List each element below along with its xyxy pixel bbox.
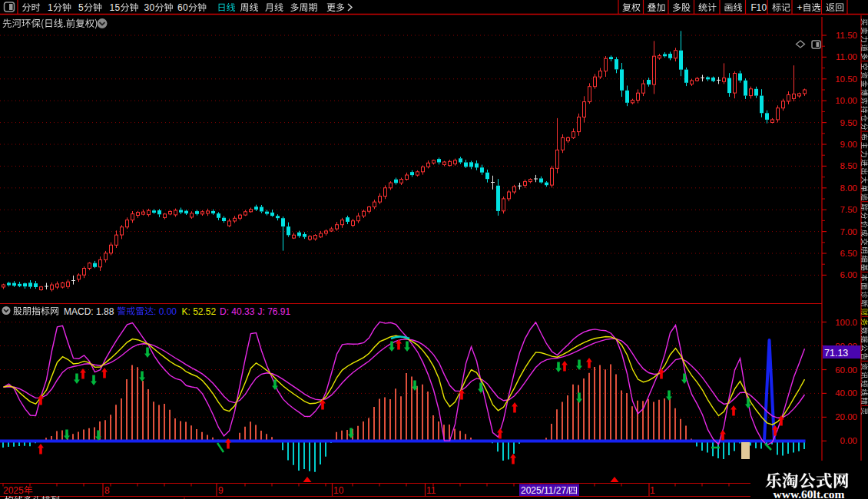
svg-text:MACD: 1.88: MACD: 1.88 [64, 306, 114, 317]
svg-text:2025/11/27/: 2025/11/27/ [521, 485, 569, 496]
svg-text:0: 0 [762, 2, 767, 13]
svg-text:1: 1 [650, 485, 655, 496]
svg-text:8: 8 [104, 485, 110, 496]
svg-text:100.0: 100.0 [835, 318, 857, 327]
svg-text:6.00: 6.00 [840, 270, 857, 279]
svg-text:11.00: 11.00 [836, 52, 857, 61]
svg-text:10.50: 10.50 [835, 74, 857, 84]
svg-text:: 0.00: : 0.00 [154, 306, 177, 317]
svg-text:5: 5 [115, 2, 121, 13]
svg-text:10.00: 10.00 [835, 96, 857, 105]
svg-text:9: 9 [218, 485, 224, 496]
svg-text:71.13: 71.13 [824, 348, 848, 359]
svg-text:1: 1 [48, 2, 53, 13]
svg-text:1: 1 [757, 2, 762, 13]
svg-text:8.00: 8.00 [840, 183, 857, 193]
svg-text:11.50: 11.50 [836, 31, 857, 40]
svg-text:8.50: 8.50 [840, 161, 857, 170]
svg-text:+: + [797, 2, 803, 13]
svg-text:6.50: 6.50 [840, 249, 857, 258]
svg-text:11: 11 [426, 485, 436, 496]
svg-text:6: 6 [177, 2, 183, 13]
svg-text:60.00: 60.00 [835, 365, 857, 375]
svg-text:K: 52.52: K: 52.52 [182, 306, 217, 317]
svg-text:5: 5 [78, 2, 84, 13]
svg-text:3: 3 [144, 2, 150, 13]
svg-text:0.00: 0.00 [840, 436, 857, 445]
svg-text:www.60lt.com: www.60lt.com [774, 487, 845, 499]
svg-text:20.00: 20.00 [835, 412, 857, 421]
svg-text:D: 40.33: D: 40.33 [220, 306, 255, 317]
svg-text:9.50: 9.50 [840, 118, 857, 127]
svg-text:7.00: 7.00 [840, 227, 857, 236]
svg-text:7.50: 7.50 [840, 205, 857, 214]
svg-text:10: 10 [333, 485, 344, 496]
svg-text:40.00: 40.00 [835, 388, 857, 398]
svg-text:0: 0 [183, 2, 188, 13]
svg-text:0: 0 [150, 2, 155, 13]
svg-text:2025: 2025 [3, 485, 24, 496]
svg-text:1: 1 [110, 2, 115, 13]
svg-text:J: 76.91: J: 76.91 [258, 306, 291, 317]
svg-text:9.00: 9.00 [840, 140, 857, 149]
